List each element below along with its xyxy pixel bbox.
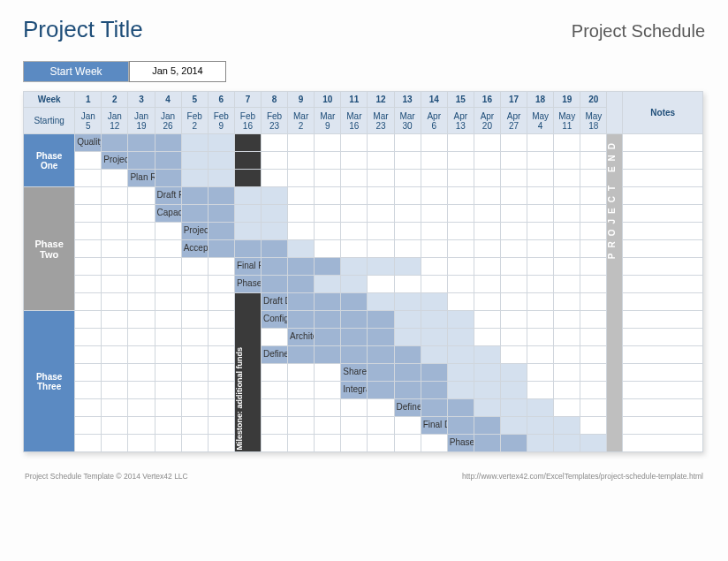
gantt-cell[interactable] [261, 364, 287, 382]
gantt-cell[interactable] [128, 205, 155, 223]
gantt-cell[interactable] [421, 187, 447, 205]
gantt-cell[interactable] [315, 293, 341, 311]
gantt-cell[interactable] [421, 170, 447, 187]
gantt-cell[interactable] [474, 134, 500, 152]
gantt-cell[interactable] [261, 187, 287, 205]
gantt-cell[interactable] [554, 435, 580, 452]
gantt-cell[interactable] [500, 364, 527, 382]
gantt-cell[interactable] [155, 382, 181, 399]
gantt-cell[interactable] [554, 399, 580, 417]
gantt-cell[interactable] [368, 170, 394, 187]
gantt-cell[interactable] [102, 258, 128, 276]
gantt-cell[interactable] [527, 329, 554, 346]
gantt-cell[interactable] [75, 205, 102, 223]
gantt-cell[interactable] [527, 435, 554, 452]
gantt-cell[interactable] [368, 134, 394, 152]
gantt-cell[interactable] [75, 311, 102, 329]
gantt-cell[interactable] [288, 134, 315, 152]
gantt-cell[interactable] [447, 276, 474, 293]
gantt-cell[interactable] [341, 435, 368, 452]
gantt-cell[interactable] [155, 223, 181, 240]
gantt-cell[interactable] [155, 170, 181, 187]
notes-cell[interactable] [623, 329, 703, 346]
gantt-cell[interactable] [341, 417, 368, 435]
gantt-cell[interactable] [554, 152, 580, 170]
gantt-cell[interactable] [474, 187, 500, 205]
gantt-cell[interactable] [447, 346, 474, 364]
gantt-cell[interactable] [580, 364, 607, 382]
gantt-cell[interactable] [474, 417, 500, 435]
gantt-cell[interactable] [181, 329, 208, 346]
gantt-cell[interactable] [474, 346, 500, 364]
gantt-cell[interactable] [580, 152, 607, 170]
gantt-cell[interactable] [181, 205, 208, 223]
gantt-cell[interactable] [181, 187, 208, 205]
gantt-cell[interactable] [288, 170, 315, 187]
gantt-cell[interactable] [447, 293, 474, 311]
gantt-cell[interactable] [368, 223, 394, 240]
gantt-cell[interactable] [554, 364, 580, 382]
gantt-cell[interactable] [527, 258, 554, 276]
gantt-cell[interactable] [368, 329, 394, 346]
gantt-cell[interactable] [394, 223, 421, 240]
gantt-cell[interactable] [128, 329, 155, 346]
gantt-cell[interactable] [155, 417, 181, 435]
gantt-cell[interactable] [315, 152, 341, 170]
gantt-cell[interactable] [527, 364, 554, 382]
gantt-cell[interactable] [527, 276, 554, 293]
gantt-cell[interactable] [261, 276, 287, 293]
gantt-cell[interactable] [500, 240, 527, 258]
gantt-cell[interactable] [580, 293, 607, 311]
gantt-cell[interactable] [500, 293, 527, 311]
gantt-cell[interactable] [580, 329, 607, 346]
gantt-cell[interactable] [421, 293, 447, 311]
gantt-cell[interactable] [368, 152, 394, 170]
notes-cell[interactable] [623, 399, 703, 417]
gantt-cell[interactable]: Capacity Planning [155, 205, 181, 223]
gantt-cell[interactable] [341, 346, 368, 364]
gantt-cell[interactable] [181, 399, 208, 417]
gantt-cell[interactable] [315, 134, 341, 152]
gantt-cell[interactable] [474, 170, 500, 187]
gantt-cell[interactable] [261, 258, 287, 276]
gantt-cell[interactable] [208, 382, 234, 399]
gantt-cell[interactable] [181, 170, 208, 187]
gantt-cell[interactable] [341, 170, 368, 187]
gantt-cell[interactable] [474, 293, 500, 311]
gantt-cell[interactable] [75, 399, 102, 417]
gantt-cell[interactable] [288, 152, 315, 170]
gantt-cell[interactable] [527, 293, 554, 311]
gantt-cell[interactable]: Define Interface Requirements [261, 346, 287, 364]
gantt-cell[interactable] [75, 293, 102, 311]
gantt-cell[interactable] [421, 346, 447, 364]
gantt-cell[interactable] [181, 152, 208, 170]
gantt-cell[interactable] [394, 364, 421, 382]
gantt-cell[interactable] [447, 417, 474, 435]
gantt-cell[interactable] [447, 134, 474, 152]
gantt-cell[interactable] [341, 134, 368, 152]
gantt-cell[interactable] [554, 205, 580, 223]
gantt-cell[interactable] [288, 382, 315, 399]
gantt-cell[interactable] [394, 311, 421, 329]
gantt-cell[interactable] [208, 170, 234, 187]
gantt-cell[interactable] [368, 187, 394, 205]
gantt-cell[interactable] [500, 329, 527, 346]
gantt-cell[interactable] [75, 187, 102, 205]
gantt-cell[interactable] [75, 382, 102, 399]
gantt-cell[interactable] [580, 417, 607, 435]
gantt-cell[interactable] [394, 258, 421, 276]
gantt-cell[interactable] [368, 240, 394, 258]
gantt-cell[interactable] [288, 276, 315, 293]
gantt-cell[interactable] [75, 258, 102, 276]
gantt-cell[interactable] [341, 276, 368, 293]
gantt-cell[interactable] [315, 187, 341, 205]
notes-cell[interactable] [623, 258, 703, 276]
gantt-cell[interactable] [75, 417, 102, 435]
gantt-cell[interactable] [554, 187, 580, 205]
gantt-cell[interactable] [368, 399, 394, 417]
gantt-cell[interactable] [394, 134, 421, 152]
gantt-cell[interactable] [500, 417, 527, 435]
gantt-cell[interactable] [554, 329, 580, 346]
gantt-cell[interactable] [288, 293, 315, 311]
gantt-cell[interactable]: Phase Review and Approval [447, 435, 474, 452]
